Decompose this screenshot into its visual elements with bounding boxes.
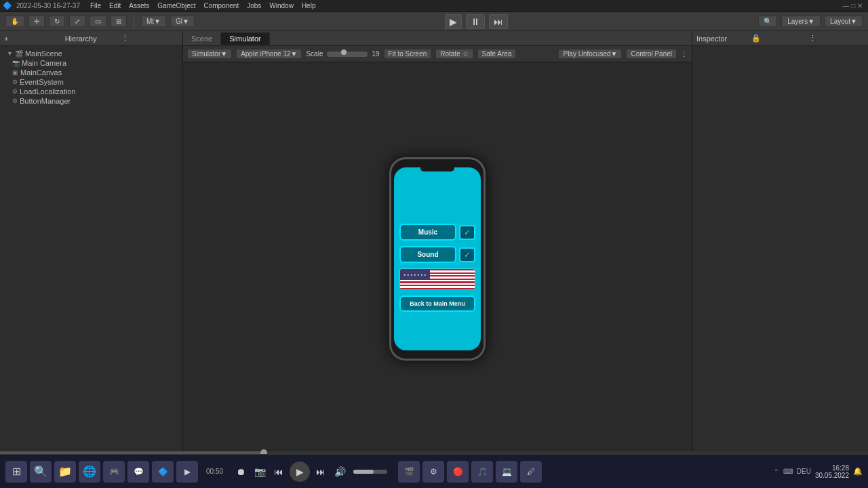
tray-notification[interactable]: 🔔	[853, 467, 863, 476]
taskbar-extra7[interactable]: 🖊	[520, 461, 542, 483]
control-panel-btn[interactable]: Control Panel	[626, 49, 677, 59]
global-btn[interactable]: Gl▼	[170, 16, 195, 27]
system-clock: 16:28 30.05.2022	[815, 464, 849, 479]
hierarchy-title: Hierarchy	[65, 35, 122, 43]
inspector-lock-icon[interactable]: 🔒	[751, 34, 806, 43]
tray-language[interactable]: DEU	[797, 468, 811, 475]
tray-keyboard[interactable]: ⌨	[783, 468, 793, 475]
tree-item-loadlocalization[interactable]: ⚙ LoadLocalization	[0, 87, 182, 96]
sound-row: Sound ✓	[399, 246, 475, 263]
safe-area-btn[interactable]: Safe Area	[477, 49, 517, 59]
scale-handle	[341, 49, 347, 55]
media-next-btn[interactable]: ⏭	[313, 464, 329, 480]
tree-item-maincamera[interactable]: 📷 Main Camera	[0, 58, 182, 68]
device-dropdown-btn[interactable]: Apple iPhone 12▼	[236, 49, 302, 59]
media-play-main-btn[interactable]: ▶	[290, 462, 310, 482]
tab-simulator[interactable]: Simulator	[221, 33, 269, 45]
menu-component[interactable]: Component	[200, 0, 242, 12]
taskbar: ⊞ 🔍 📁 🌐 🎮 💬 🔷 ▶ 00:50 ⏺ 📷 ⏮ ▶ ⏭ 🔊 🎬 ⚙ 🔴 …	[0, 454, 868, 488]
menu-file[interactable]: File	[87, 0, 104, 12]
tree-icon-loadloc: ⚙	[12, 88, 18, 95]
transform-hand-btn[interactable]: ✋	[5, 16, 24, 27]
fit-screen-btn[interactable]: Fit to Screen	[384, 49, 432, 59]
taskbar-extra1[interactable]: ▶	[176, 461, 198, 483]
phone-notch	[420, 165, 454, 171]
tree-label-buttonmanager: ButtonManager	[20, 97, 71, 105]
taskbar-fileexplorer[interactable]: 📁	[54, 461, 76, 483]
media-controls: 00:50 ⏺ 📷 ⏮ ▶ ⏭ 🔊	[206, 462, 390, 482]
us-flag[interactable]: ★ ★ ★ ★ ★ ★ ★	[399, 268, 475, 290]
tree-item-maincanvas[interactable]: ▣ MainCanvas	[0, 68, 182, 77]
time-display: 00:50	[206, 468, 230, 475]
taskbar-search[interactable]: 🔍	[30, 461, 52, 483]
tree-icon-maincamera: 📷	[12, 60, 20, 66]
transform-multi-btn[interactable]: ⊞	[111, 16, 127, 27]
media-record-btn[interactable]: ⏺	[233, 464, 249, 480]
window-controls: — □ ✕	[840, 2, 865, 9]
menu-gameobject[interactable]: GameObject	[154, 0, 199, 12]
start-button[interactable]: ⊞	[5, 461, 27, 483]
sound-checkbox[interactable]: ✓	[459, 247, 475, 262]
tree-item-mainscene[interactable]: ▼ 🎬 MainScene	[0, 49, 182, 58]
transform-scale-btn[interactable]: ⤢	[69, 16, 85, 27]
tray-up-arrow[interactable]: ⌃	[774, 468, 779, 475]
play-btn[interactable]: ▶	[445, 14, 462, 29]
media-prev-btn[interactable]: ⏮	[271, 464, 287, 480]
rotate-btn[interactable]: Rotate ☆	[435, 49, 473, 59]
sound-button[interactable]: Sound	[399, 246, 456, 263]
tree-item-eventsystem[interactable]: ⚙ EventSystem	[0, 77, 182, 87]
star1: ★	[403, 273, 406, 277]
tree-item-buttonmanager[interactable]: ⚙ ButtonManager	[0, 96, 182, 106]
scale-value: 19	[372, 50, 379, 58]
clock-date: 30.05.2022	[815, 472, 849, 479]
menu-help[interactable]: Help	[298, 0, 319, 12]
search-btn[interactable]: 🔍	[758, 16, 777, 27]
inspector-options[interactable]: ⋮	[809, 34, 864, 43]
menu-window[interactable]: Window	[266, 0, 297, 12]
simulator-dropdown-btn[interactable]: Simulator▼	[187, 49, 232, 59]
music-row: Music ✓	[399, 224, 475, 241]
taskbar-extra6[interactable]: 💻	[496, 461, 517, 483]
star3: ★	[410, 273, 413, 277]
transform-rotate-btn[interactable]: ↻	[49, 16, 65, 27]
taskbar-extra4[interactable]: 🔴	[447, 461, 469, 483]
star4: ★	[414, 273, 416, 277]
menu-edit[interactable]: Edit	[106, 0, 124, 12]
transform-rect-btn[interactable]: ▭	[90, 16, 106, 27]
step-btn[interactable]: ⏭	[489, 14, 508, 29]
hierarchy-tree: ▼ 🎬 MainScene 📷 Main Camera ▣ MainCanvas…	[0, 46, 182, 455]
menu-assets[interactable]: Assets	[125, 0, 153, 12]
tree-icon-buttonmgr: ⚙	[12, 98, 18, 104]
play-unfocused-btn[interactable]: Play Unfocused▼	[558, 49, 622, 59]
taskbar-unity[interactable]: 🔷	[152, 461, 174, 483]
tab-scene[interactable]: Scene	[183, 33, 221, 45]
music-button[interactable]: Music	[399, 224, 456, 241]
menu-jobs[interactable]: Jobs	[243, 0, 264, 12]
star6: ★	[420, 273, 423, 277]
music-checkbox[interactable]: ✓	[459, 225, 475, 240]
media-cam-btn[interactable]: 📷	[252, 464, 268, 480]
scale-slider[interactable]	[327, 52, 368, 57]
inspector-panel: Inspector 🔒 ⋮	[692, 31, 868, 455]
taskbar-extra3[interactable]: ⚙	[422, 461, 444, 483]
taskbar-extra5[interactable]: 🎵	[471, 461, 493, 483]
pivot-btn[interactable]: Mt▼	[141, 16, 166, 27]
scene-menu-icon[interactable]: ⋮	[681, 50, 688, 58]
scene-viewport: Music ✓ Sound ✓ ★ ★	[183, 62, 692, 455]
system-tray: ⌃ ⌨ DEU 16:28 30.05.2022 🔔	[774, 464, 863, 479]
layers-btn[interactable]: Layers▼	[781, 16, 821, 27]
inspector-title: Inspector	[696, 35, 751, 43]
hierarchy-options[interactable]: ⋮	[121, 34, 178, 43]
taskbar-browser[interactable]: 🌐	[79, 461, 100, 483]
media-volume-btn[interactable]: 🔊	[332, 464, 348, 480]
star7: ★	[424, 273, 427, 277]
back-to-main-btn[interactable]: Back to Main Menu	[399, 296, 475, 312]
pause-btn[interactable]: ⏸	[466, 14, 485, 29]
transform-move-btn[interactable]: ✛	[28, 16, 45, 27]
volume-slider[interactable]	[353, 470, 387, 474]
taskbar-steam[interactable]: 🎮	[103, 461, 125, 483]
hierarchy-add-btn[interactable]: +	[4, 35, 61, 43]
taskbar-extra2[interactable]: 🎬	[398, 461, 420, 483]
layout-btn[interactable]: Layout▼	[825, 16, 863, 27]
taskbar-discord[interactable]: 💬	[127, 461, 149, 483]
